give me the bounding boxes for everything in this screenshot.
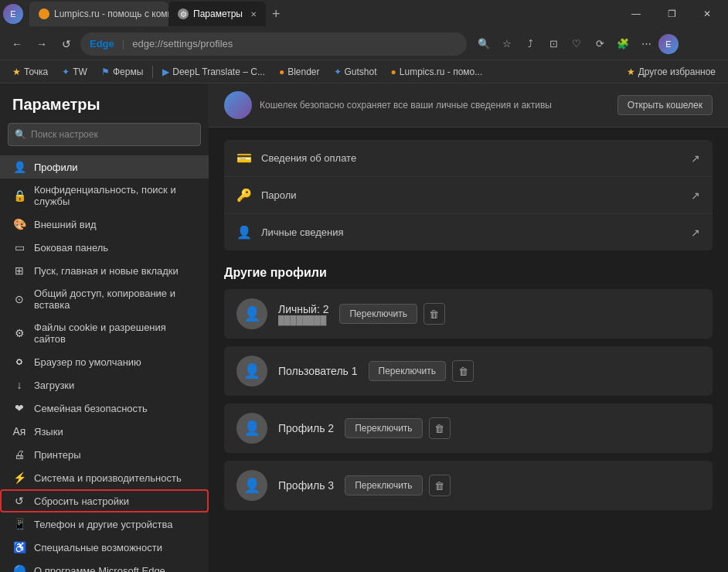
sidebar-item-label-system: Система и производительность [34,472,182,484]
refresh-button[interactable]: ↺ [56,33,77,55]
switch-button-user1[interactable]: Переключить [369,361,446,381]
wallet-info: Кошелек безопасно сохраняет все ваши лич… [224,91,617,119]
sidebar-item-profiles[interactable]: 👤 Профили [0,155,209,179]
delete-button-personal2[interactable]: 🗑 [424,303,445,325]
family-icon: ❤ [12,402,26,414]
user-profile-button[interactable]: E [658,34,679,54]
address-field[interactable]: Edge | edge://settings/profiles [80,32,467,56]
delete-button-user1[interactable]: 🗑 [452,360,474,382]
browser-profile-avatar[interactable]: E [3,4,23,24]
switch-button-profile2[interactable]: Переключить [345,418,422,438]
about-icon: 🔵 [12,564,26,572]
appearance-icon: 🎨 [12,218,26,230]
sidebar-item-label-sharing: Общий доступ, копирование и вставка [34,288,196,311]
payment-row[interactable]: 💳 Сведения об оплате ↗ [224,140,713,177]
cookies-icon: ⚙ [12,327,26,339]
sidebar-item-label-appearance: Внешний вид [34,219,97,230]
favorites-icon[interactable]: ☆ [496,33,518,55]
sidebar-item-cookies[interactable]: ⚙ Файлы cookie и разрешения сайтов [0,316,209,350]
sidebar-item-reset[interactable]: ↺ Сбросить настройки [0,489,209,512]
bookmark-other[interactable]: ★ Другое избранное [621,65,722,79]
forward-button[interactable]: → [31,33,53,55]
share-icon[interactable]: ⤴ [519,33,541,55]
bookmark-divider-1 [152,66,153,78]
passwords-link-icon[interactable]: ↗ [691,189,700,202]
sidebar-item-phone[interactable]: 📱 Телефон и другие устройства [0,512,209,536]
passwords-row[interactable]: 🔑 Пароли ↗ [224,177,713,214]
history-icon[interactable]: ⟳ [589,33,611,55]
tab-lumpics[interactable]: Lumpics.ru - помощь с компью... ✕ [29,2,168,26]
wallet-text: Кошелек безопасно сохраняет все ваши лич… [260,100,552,111]
bookmark-tw[interactable]: ✦ TW [56,65,94,79]
sidebar-item-sidebar[interactable]: ▭ Боковая панель [0,236,209,259]
new-tab-button[interactable]: + [266,6,287,22]
open-wallet-button[interactable]: Открыть кошелек [617,95,713,115]
bookmark-icon-fermy: ⚑ [101,66,110,77]
sidebar-item-label-about: О программе Microsoft Edge [34,565,165,573]
sidebar-item-system[interactable]: ⚡ Система и производительность [0,466,209,489]
default-browser-icon: ⭘ [12,356,26,368]
tab-close-settings[interactable]: ✕ [250,10,257,19]
bookmark-deepl[interactable]: ▶ DeepL Translate – C... [156,65,271,79]
search-icon[interactable]: 🔍 [473,33,495,55]
more-tools-icon[interactable]: ⋯ [635,33,657,55]
bookmark-icon-blender: ● [279,66,284,77]
tab-label-lumpics: Lumpics.ru - помощь с компью... [54,9,168,19]
sidebar-item-default[interactable]: ⭘ Браузер по умолчанию [0,350,209,373]
toolbar-icons: 🔍 ☆ ⤴ ⊡ ♡ ⟳ 🧩 ⋯ E [473,33,679,55]
sidebar-item-family[interactable]: ❤ Семейная безопасность [0,397,209,420]
sidebar-item-downloads[interactable]: ↓ Загрузки [0,373,209,397]
sidebar-item-privacy[interactable]: 🔒 Конфиденциальность, поиск и службы [0,179,209,213]
extensions-icon[interactable]: 🧩 [612,33,634,55]
printers-icon: 🖨 [12,448,26,461]
address-bar: ← → ↺ Edge | edge://settings/profiles 🔍 … [0,28,728,60]
collections-icon[interactable]: ⊡ [543,33,564,55]
tab-settings[interactable]: ⚙ Параметры ✕ [168,2,266,26]
bookmark-lumpics[interactable]: ● Lumpics.ru - помо... [385,65,489,79]
switch-button-personal2[interactable]: Переключить [339,304,417,324]
sidebar-item-sharing[interactable]: ⊙ Общий доступ, копирование и вставка [0,282,209,316]
switch-button-profile3[interactable]: Переключить [345,475,422,495]
sidebar-item-accessibility[interactable]: ♿ Специальные возможности [0,536,209,559]
edge-logo-icon: Edge [90,38,114,49]
back-button[interactable]: ← [6,33,28,55]
delete-button-profile2[interactable]: 🗑 [429,417,451,439]
settings-search-box[interactable]: 🔍 [8,123,201,146]
sidebar-item-printers[interactable]: 🖨 Принтеры [0,443,209,466]
settings-search-input[interactable] [31,129,194,140]
content-area: Кошелек безопасно сохраняет все ваши лич… [209,83,728,572]
sharing-icon: ⊙ [12,293,26,305]
minimize-button[interactable]: — [618,0,654,28]
other-profiles-title: Другие профили [209,250,728,289]
bookmark-gutshot[interactable]: ✦ Gutshot [328,65,383,79]
bookmark-blender[interactable]: ● Blender [273,65,326,79]
bookmark-label-blender: Blender [287,66,319,77]
personal-row[interactable]: 👤 Личные сведения ↗ [224,214,713,250]
bookmark-tochka[interactable]: ★ Точка [6,65,54,79]
sidebar-item-label-reset: Сбросить настройки [34,495,129,507]
delete-button-profile3[interactable]: 🗑 [429,475,451,496]
profile-profile3: 👤 Профиль 3 Переключить 🗑 [224,461,713,510]
profile-info-personal2: Личный: 2 ████████ [278,303,328,325]
sidebar-item-label-newtab: Пуск, главная и новые вкладки [34,265,179,277]
bookmark-fermy[interactable]: ⚑ Фермы [95,65,149,79]
profile-actions-profile3: Переключить 🗑 [345,475,450,496]
restore-button[interactable]: ❐ [654,0,689,28]
payment-link-icon[interactable]: ↗ [691,152,700,165]
sidebar-item-newtab[interactable]: ⊞ Пуск, главная и новые вкладки [0,259,209,282]
sidebar-item-about[interactable]: 🔵 О программе Microsoft Edge [0,559,209,572]
profile-avatar-user1: 👤 [236,356,267,386]
profile-actions-profile2: Переключить 🗑 [345,417,450,439]
tab-favicon-settings: ⚙ [178,9,189,19]
profile-info-user1: Пользователь 1 [278,365,358,377]
sidebar-item-languages[interactable]: Aя Языки [0,420,209,443]
profile-user1: 👤 Пользователь 1 Переключить 🗑 [224,346,713,396]
bookmark-label-deepl: DeepL Translate – C... [172,66,265,77]
personal-link-icon[interactable]: ↗ [691,226,700,239]
bookmark-label-gutshot: Gutshot [345,66,377,77]
title-bar: E Lumpics.ru - помощь с компью... ✕ ⚙ Па… [0,0,728,28]
browser-essentials-icon[interactable]: ♡ [566,33,587,55]
close-button[interactable]: ✕ [689,0,725,28]
bookmark-icon-other: ★ [627,66,635,77]
sidebar-item-appearance[interactable]: 🎨 Внешний вид [0,213,209,236]
